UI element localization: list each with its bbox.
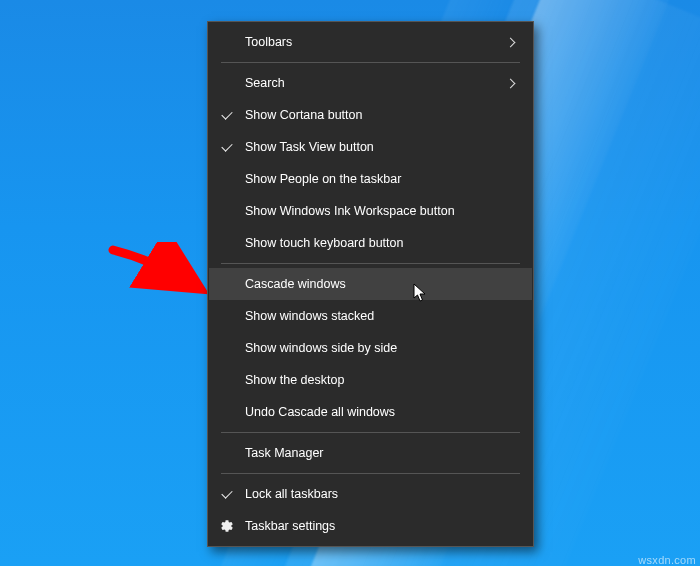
menu-item-label: Search bbox=[245, 76, 502, 90]
menu-item-label: Taskbar settings bbox=[245, 519, 502, 533]
menu-item-show-windows-side-by-side[interactable]: Show windows side by side bbox=[209, 332, 532, 364]
menu-item-label: Task Manager bbox=[245, 446, 502, 460]
menu-item-show-cortana-button[interactable]: Show Cortana button bbox=[209, 99, 532, 131]
annotation-arrow bbox=[108, 242, 208, 298]
menu-item-show-people-on-the-taskbar[interactable]: Show People on the taskbar bbox=[209, 163, 532, 195]
menu-separator bbox=[221, 62, 520, 63]
watermark-text: wsxdn.com bbox=[638, 554, 696, 566]
menu-item-undo-cascade-all-windows[interactable]: Undo Cascade all windows bbox=[209, 396, 532, 428]
menu-item-show-touch-keyboard-button[interactable]: Show touch keyboard button bbox=[209, 227, 532, 259]
check-icon bbox=[209, 492, 245, 496]
menu-item-show-windows-ink-workspace-button[interactable]: Show Windows Ink Workspace button bbox=[209, 195, 532, 227]
menu-item-toolbars[interactable]: Toolbars bbox=[209, 26, 532, 58]
menu-item-label: Cascade windows bbox=[245, 277, 502, 291]
chevron-right-icon bbox=[502, 39, 522, 46]
menu-item-show-windows-stacked[interactable]: Show windows stacked bbox=[209, 300, 532, 332]
menu-item-label: Show Task View button bbox=[245, 140, 502, 154]
check-icon bbox=[209, 145, 245, 149]
menu-item-show-task-view-button[interactable]: Show Task View button bbox=[209, 131, 532, 163]
menu-separator bbox=[221, 432, 520, 433]
menu-item-label: Show windows stacked bbox=[245, 309, 502, 323]
menu-separator bbox=[221, 263, 520, 264]
menu-item-label: Show Cortana button bbox=[245, 108, 502, 122]
menu-item-cascade-windows[interactable]: Cascade windows bbox=[209, 268, 532, 300]
taskbar-context-menu: ToolbarsSearchShow Cortana buttonShow Ta… bbox=[207, 21, 534, 547]
menu-item-search[interactable]: Search bbox=[209, 67, 532, 99]
menu-item-label: Show the desktop bbox=[245, 373, 502, 387]
menu-item-label: Toolbars bbox=[245, 35, 502, 49]
menu-item-lock-all-taskbars[interactable]: Lock all taskbars bbox=[209, 478, 532, 510]
menu-item-label: Undo Cascade all windows bbox=[245, 405, 502, 419]
desktop-wallpaper: ToolbarsSearchShow Cortana buttonShow Ta… bbox=[0, 0, 700, 566]
menu-separator bbox=[221, 473, 520, 474]
menu-item-task-manager[interactable]: Task Manager bbox=[209, 437, 532, 469]
gear-icon bbox=[209, 519, 245, 533]
menu-item-label: Show People on the taskbar bbox=[245, 172, 502, 186]
menu-item-taskbar-settings[interactable]: Taskbar settings bbox=[209, 510, 532, 542]
menu-item-label: Show touch keyboard button bbox=[245, 236, 502, 250]
check-icon bbox=[209, 113, 245, 117]
menu-item-label: Show windows side by side bbox=[245, 341, 502, 355]
menu-item-show-the-desktop[interactable]: Show the desktop bbox=[209, 364, 532, 396]
chevron-right-icon bbox=[502, 80, 522, 87]
menu-item-label: Lock all taskbars bbox=[245, 487, 502, 501]
menu-item-label: Show Windows Ink Workspace button bbox=[245, 204, 502, 218]
